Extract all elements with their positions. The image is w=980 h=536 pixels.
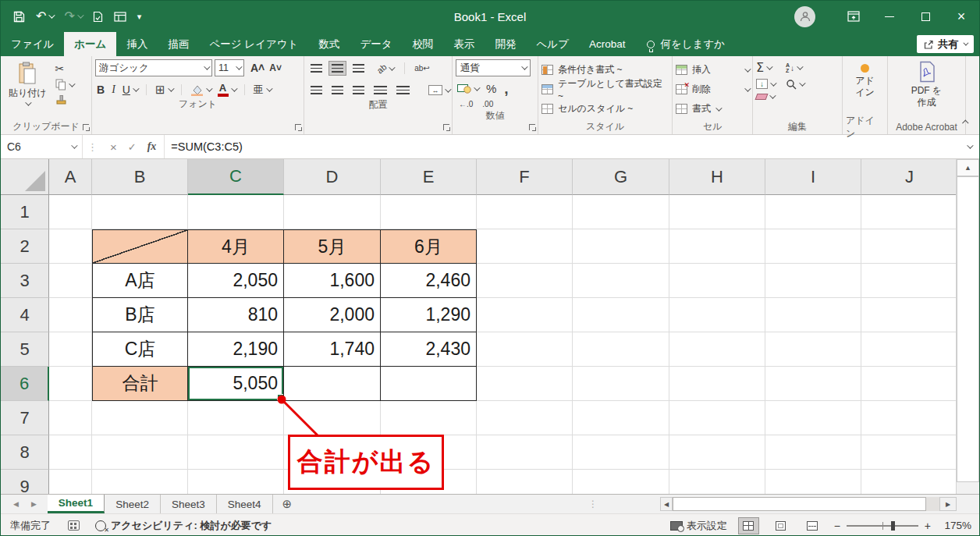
format-painter-button[interactable] <box>55 94 73 105</box>
cell-B9[interactable] <box>92 470 188 494</box>
select-all-button[interactable] <box>1 159 49 195</box>
cell-G5[interactable] <box>573 332 669 367</box>
ribbon-tab[interactable]: Acrobat <box>579 32 636 56</box>
format-as-table-button[interactable]: テーブルとして書式設定 ~ <box>541 81 669 98</box>
cell-C4[interactable]: 810 <box>188 298 284 332</box>
cell-D6[interactable] <box>284 367 381 401</box>
scroll-up-button[interactable]: ▲ <box>957 159 979 176</box>
macro-record-icon[interactable] <box>68 520 80 531</box>
name-box[interactable]: C6 <box>1 135 82 158</box>
cell-E7[interactable] <box>381 401 477 435</box>
ribbon-tab[interactable]: 数式 <box>308 32 350 56</box>
cell-A1[interactable] <box>49 195 92 229</box>
cell-I2[interactable] <box>765 229 861 264</box>
decrease-indent-button[interactable] <box>371 83 390 98</box>
ribbon-tab[interactable]: 表示 <box>444 32 485 56</box>
column-header-I[interactable]: I <box>765 159 861 195</box>
page-break-view-button[interactable] <box>802 517 823 534</box>
cell-E4[interactable]: 1,290 <box>381 298 477 332</box>
maximize-button[interactable] <box>907 1 943 32</box>
cell-F9[interactable] <box>477 470 573 494</box>
cell-H1[interactable] <box>669 195 765 229</box>
accessibility-status[interactable]: アクセシビリティ: 検討が必要です <box>111 519 272 533</box>
cell-D4[interactable]: 2,000 <box>284 298 381 332</box>
paste-button[interactable]: 貼り付け <box>4 59 51 119</box>
cell-E3[interactable]: 2,460 <box>381 264 477 298</box>
sort-filter-button[interactable]: AZ ↓ <box>786 62 804 73</box>
cell-F2[interactable] <box>477 229 573 264</box>
insert-function-button[interactable]: fx <box>147 140 157 153</box>
close-button[interactable]: × <box>943 1 979 32</box>
cell-I5[interactable] <box>765 332 861 367</box>
align-right-button[interactable] <box>350 83 368 98</box>
cell-J1[interactable] <box>861 195 958 229</box>
column-header-J[interactable]: J <box>861 159 958 195</box>
cell-A7[interactable] <box>49 401 92 435</box>
create-pdf-button[interactable]: PDF を作成 <box>891 59 962 111</box>
cell-A5[interactable] <box>49 332 92 367</box>
column-header-B[interactable]: B <box>92 159 188 195</box>
cell-J9[interactable] <box>861 470 958 494</box>
page-layout-view-button[interactable] <box>770 517 791 534</box>
fill-button[interactable]: ↓ <box>756 79 775 89</box>
cell-A4[interactable] <box>49 298 92 332</box>
cut-button[interactable]: ✂ <box>55 62 73 75</box>
ribbon-display-options-button[interactable] <box>836 1 872 32</box>
cell-C2[interactable]: 4月 <box>188 229 284 264</box>
tab-split-handle[interactable]: ⋮ <box>588 495 598 513</box>
cancel-button[interactable]: × <box>110 140 117 154</box>
cell-C6[interactable]: 5,050 <box>188 367 284 401</box>
cell-A6[interactable] <box>49 367 92 401</box>
cell-F7[interactable] <box>477 401 573 435</box>
formula-input[interactable]: =SUM(C3:C5) <box>165 135 959 158</box>
font-name-select[interactable]: 游ゴシック <box>95 59 212 76</box>
cell-C5[interactable]: 2,190 <box>188 332 284 367</box>
cell-J3[interactable] <box>861 264 958 298</box>
document-check-icon[interactable] <box>93 11 103 23</box>
font-color-button[interactable]: A <box>218 83 236 97</box>
clipboard-dialog-launcher[interactable] <box>83 124 89 130</box>
autosum-button[interactable]: Σ <box>756 62 775 74</box>
horizontal-scroll-thumb[interactable] <box>673 497 926 511</box>
cell-G8[interactable] <box>573 435 669 470</box>
collapse-ribbon-button[interactable] <box>964 114 968 128</box>
cell-H2[interactable] <box>669 229 765 264</box>
cell-G3[interactable] <box>573 264 669 298</box>
cell-styles-button[interactable]: セルのスタイル ~ <box>541 101 669 117</box>
column-header-E[interactable]: E <box>381 159 477 195</box>
cell-B2[interactable] <box>92 229 188 264</box>
cell-I8[interactable] <box>765 435 861 470</box>
cell-G7[interactable] <box>573 401 669 435</box>
cell-F3[interactable] <box>477 264 573 298</box>
cell-A8[interactable] <box>49 435 92 470</box>
currency-format-button[interactable] <box>457 83 478 94</box>
ribbon-tab[interactable]: ヘルプ <box>527 32 579 56</box>
ribbon-tab[interactable]: ホーム <box>64 32 116 56</box>
cell-J8[interactable] <box>861 435 958 470</box>
format-cells-button[interactable]: 書式 <box>676 101 749 117</box>
row-header-1[interactable]: 1 <box>1 195 49 229</box>
cell-B6[interactable]: 合計 <box>92 367 188 401</box>
ribbon-tab[interactable]: ページ レイアウト <box>199 32 308 56</box>
font-size-select[interactable]: 11 <box>215 59 244 76</box>
fill-color-button[interactable] <box>190 84 211 96</box>
cell-C9[interactable] <box>188 470 284 494</box>
cell-J5[interactable] <box>861 332 958 367</box>
cell-H8[interactable] <box>669 435 765 470</box>
align-top-button[interactable] <box>307 61 325 76</box>
cell-H6[interactable] <box>669 367 765 401</box>
zoom-slider-track[interactable] <box>847 525 918 527</box>
minimize-button[interactable] <box>872 1 907 32</box>
sheet-tab-sheet4[interactable]: Sheet4 <box>217 495 273 513</box>
cell-D3[interactable]: 1,600 <box>284 264 381 298</box>
cell-E1[interactable] <box>381 195 477 229</box>
clear-button[interactable] <box>756 94 775 100</box>
cell-J4[interactable] <box>861 298 958 332</box>
cell-H9[interactable] <box>669 470 765 494</box>
cell-G9[interactable] <box>573 470 669 494</box>
align-bottom-button[interactable] <box>350 61 368 76</box>
zoom-level[interactable]: 175% <box>942 520 971 531</box>
sheet-nav-right-button[interactable]: ▶ <box>31 500 37 508</box>
enter-button[interactable]: ✓ <box>128 141 137 153</box>
zoom-in-button[interactable]: + <box>925 520 931 532</box>
